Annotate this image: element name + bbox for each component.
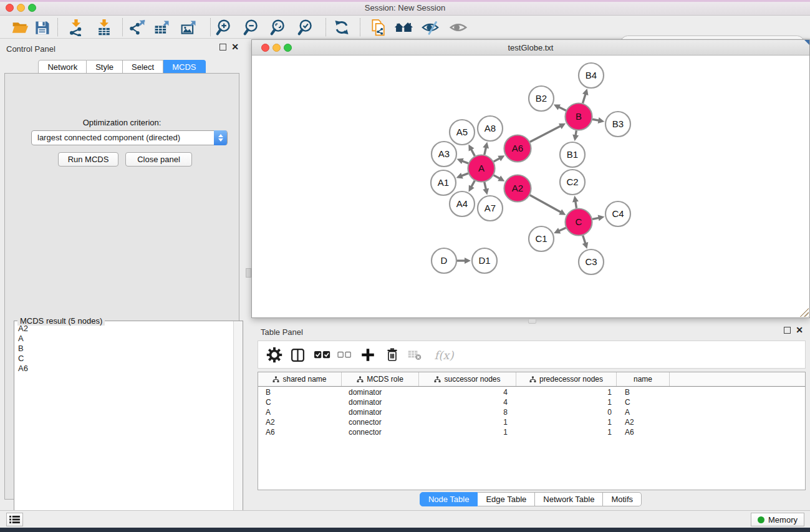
save-icon[interactable]	[32, 18, 51, 37]
column-header-mcds-role[interactable]: MCDS role	[342, 372, 419, 386]
select-stepper-icon	[214, 130, 227, 145]
mcds-result-list[interactable]: A2ABCA6	[15, 324, 233, 528]
node-label-C: C	[576, 216, 582, 227]
table-row[interactable]: Adominator80A	[258, 407, 805, 417]
zoom-out-icon[interactable]	[243, 18, 262, 37]
cell-name: A6	[617, 427, 670, 437]
tab-network[interactable]: Network	[38, 60, 87, 74]
table-row[interactable]: Cdominator41C	[258, 397, 805, 407]
column-label: successor nodes	[444, 375, 500, 384]
result-item-b[interactable]: B	[18, 344, 233, 354]
network-view-window: testGlobe.txt B4B2BB3B1A5A8A6A3AA1A2C2A4…	[251, 39, 810, 318]
open-icon[interactable]	[11, 18, 29, 37]
function-builder-icon[interactable]: f(x)	[430, 346, 458, 364]
result-scrollbar[interactable]	[233, 321, 243, 530]
mcds-result-box: MCDS result (5 nodes) A2ABCA6	[14, 321, 243, 530]
edge-B-B4[interactable]	[583, 94, 586, 104]
table-row[interactable]: Bdominator41B	[258, 387, 805, 397]
tab-select[interactable]: Select	[123, 60, 163, 74]
arrowhead-icon	[483, 142, 489, 148]
float-panel-icon[interactable]	[219, 44, 226, 51]
edge-A2-C[interactable]	[530, 195, 562, 213]
cell-mcds-role: connector	[342, 427, 419, 437]
cell-name: B	[617, 387, 670, 397]
export-image-icon[interactable]	[180, 18, 198, 37]
run-mcds-button[interactable]: Run MCDS	[58, 152, 118, 167]
network-canvas[interactable]: B4B2BB3B1A5A8A6A3AA1A2C2A4A7CC4C1C3DD1	[252, 56, 809, 317]
cell-successor-nodes: 4	[419, 387, 516, 397]
table-panel-tabs: Node TableEdge TableNetwork TableMotifs	[251, 492, 810, 506]
result-item-a[interactable]: A	[18, 334, 233, 344]
result-item-a2[interactable]: A2	[18, 324, 233, 334]
settings-gear-icon[interactable]	[265, 346, 284, 364]
tab-network-table[interactable]: Network Table	[535, 492, 603, 506]
memory-status-icon	[758, 516, 764, 523]
edge-B-B2[interactable]	[558, 107, 566, 110]
table-panel: Table Panel ✕ f(x) shared nameMCDS ro	[251, 323, 810, 508]
control-panel-tabs: NetworkStyleSelectMCDS	[0, 60, 244, 74]
arrowhead-icon	[572, 196, 579, 203]
import-table-icon[interactable]	[95, 18, 113, 37]
table-row[interactable]: A6connector11A6	[258, 427, 805, 437]
tab-style[interactable]: Style	[87, 60, 123, 74]
delete-table-icon[interactable]	[405, 346, 424, 364]
node-label-A2: A2	[512, 183, 523, 193]
column-header-name[interactable]: name	[617, 372, 670, 386]
tab-mcds[interactable]: MCDS	[163, 60, 205, 74]
close-panel-icon[interactable]: ✕	[231, 44, 239, 51]
import-network-icon[interactable]	[67, 18, 85, 37]
column-label: name	[634, 375, 652, 384]
node-label-B4: B4	[586, 70, 597, 80]
arrowhead-icon	[465, 258, 471, 264]
tree-icon	[357, 376, 364, 383]
optimization-criterion-select[interactable]: largest connected component (directed)	[31, 130, 228, 145]
column-header-successor-nodes[interactable]: successor nodes	[419, 372, 516, 386]
cell-successor-nodes: 4	[419, 397, 516, 407]
hide-selected-icon[interactable]	[421, 18, 440, 37]
optimization-criterion-value: largest connected component (directed)	[37, 133, 180, 142]
column-layout-icon[interactable]	[288, 346, 307, 364]
refresh-icon[interactable]	[332, 18, 351, 37]
table-toolbar: f(x)	[258, 341, 806, 369]
column-header-predecessor-nodes[interactable]: predecessor nodes	[516, 372, 617, 386]
export-table-icon[interactable]	[153, 18, 171, 37]
network-window-title: testGlobe.txt	[252, 43, 809, 52]
edge-C-C3[interactable]	[583, 235, 586, 244]
tab-node-table[interactable]: Node Table	[420, 492, 478, 506]
toolbar-separator	[325, 18, 326, 36]
tab-edge-table[interactable]: Edge Table	[478, 492, 535, 506]
select-all-icon[interactable]	[313, 346, 332, 364]
zoom-selected-icon[interactable]	[297, 18, 316, 37]
close-panel-icon[interactable]: ✕	[796, 327, 803, 334]
cell-predecessor-nodes: 1	[516, 397, 617, 407]
desktop-edge	[0, 528, 810, 532]
table-row[interactable]: A2connector11A2	[258, 417, 805, 427]
cell-predecessor-nodes: 1	[516, 417, 617, 427]
deselect-all-icon[interactable]	[335, 346, 354, 364]
network-from-file-icon[interactable]	[369, 18, 388, 37]
cell-mcds-role: dominator	[342, 387, 419, 397]
float-panel-icon[interactable]	[784, 327, 791, 334]
zoom-in-icon[interactable]	[216, 18, 234, 37]
node-label-A8: A8	[485, 123, 496, 133]
cell-mcds-role: connector	[342, 417, 419, 427]
memory-button[interactable]: Memory	[751, 513, 804, 526]
add-column-icon[interactable]	[359, 346, 377, 364]
export-network-icon[interactable]	[128, 18, 147, 37]
delete-column-icon[interactable]	[383, 346, 402, 364]
vertical-splitter-grip[interactable]	[246, 268, 251, 278]
result-item-c[interactable]: C	[18, 354, 233, 364]
memory-label: Memory	[768, 515, 798, 525]
home-icon[interactable]	[394, 18, 413, 37]
close-panel-button[interactable]: Close panel	[125, 152, 192, 167]
table-panel-title: Table Panel	[261, 327, 303, 337]
task-history-button[interactable]	[6, 513, 23, 526]
tree-icon	[529, 376, 536, 383]
column-header-shared-name[interactable]: shared name	[258, 372, 342, 386]
zoom-fit-icon[interactable]	[270, 18, 289, 37]
network-window-titlebar[interactable]: testGlobe.txt	[252, 40, 809, 56]
tab-motifs[interactable]: Motifs	[603, 492, 642, 506]
edge-A6-B[interactable]	[530, 126, 561, 142]
show-eye-icon[interactable]	[449, 18, 468, 37]
result-item-a6[interactable]: A6	[18, 364, 233, 374]
